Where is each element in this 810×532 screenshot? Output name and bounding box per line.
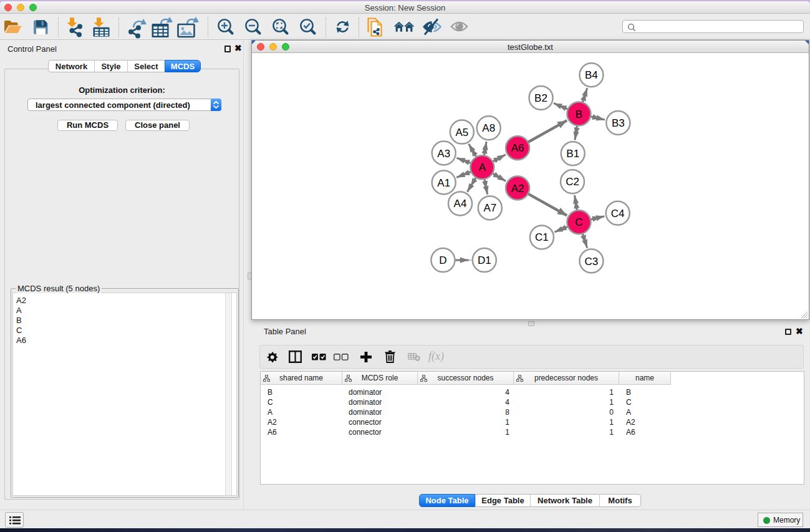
svg-text:B: B <box>576 109 582 120</box>
svg-text:A7: A7 <box>483 202 496 214</box>
svg-text:A6: A6 <box>511 142 524 154</box>
svg-text:A8: A8 <box>482 122 495 134</box>
svg-text:B4: B4 <box>585 69 598 81</box>
svg-text:C1: C1 <box>535 231 549 243</box>
svg-text:B3: B3 <box>612 117 625 129</box>
svg-text:B2: B2 <box>534 92 547 104</box>
svg-text:D1: D1 <box>478 254 491 266</box>
svg-text:A: A <box>479 162 486 173</box>
svg-text:D: D <box>439 254 446 266</box>
svg-text:C3: C3 <box>585 256 599 268</box>
svg-text:A1: A1 <box>437 177 450 189</box>
svg-text:A3: A3 <box>437 148 450 160</box>
svg-text:C: C <box>575 216 582 228</box>
svg-text:B1: B1 <box>566 148 579 160</box>
svg-text:C4: C4 <box>611 208 625 220</box>
svg-text:C2: C2 <box>566 176 579 188</box>
svg-text:A4: A4 <box>454 198 467 210</box>
svg-text:A5: A5 <box>455 127 468 138</box>
svg-text:A2: A2 <box>511 183 524 195</box>
